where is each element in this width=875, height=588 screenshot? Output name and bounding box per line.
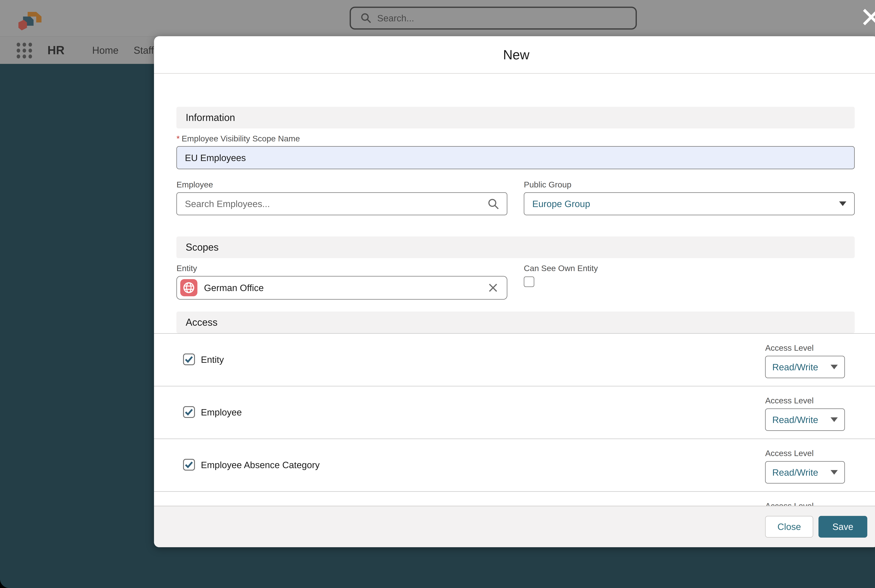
access-level-block: Access Level Read/Write bbox=[765, 334, 845, 378]
access-row: Employee Access Level Read/Write bbox=[177, 386, 855, 439]
section-header-information: Information bbox=[177, 107, 855, 129]
checkmark-icon bbox=[184, 408, 193, 416]
caret-down-icon bbox=[830, 470, 838, 475]
access-row-checkbox[interactable] bbox=[183, 459, 195, 471]
access-row-label: Employee bbox=[201, 407, 242, 417]
access-level-value: Read/Write bbox=[772, 467, 818, 478]
public-group-select[interactable]: Europe Group bbox=[524, 192, 855, 215]
section-header-access: Access bbox=[177, 312, 855, 333]
checkmark-icon bbox=[184, 461, 193, 468]
access-rows: Entity Access Level Read/Write Employee … bbox=[177, 334, 855, 506]
access-row-label: Entity bbox=[201, 354, 224, 365]
global-search[interactable] bbox=[350, 7, 637, 30]
section-header-scopes: Scopes bbox=[177, 236, 855, 258]
access-level-value: Read/Write bbox=[772, 414, 818, 425]
access-level-label: Access Level bbox=[765, 501, 845, 506]
employee-label: Employee bbox=[177, 180, 507, 189]
can-see-own-entity-checkbox[interactable] bbox=[524, 276, 534, 287]
nav-tab-home[interactable]: Home bbox=[92, 45, 118, 56]
employee-lookup-placeholder: Search Employees... bbox=[185, 198, 270, 209]
required-asterisk: * bbox=[177, 134, 180, 144]
app-name: HR bbox=[48, 44, 64, 57]
access-level-label: Access Level bbox=[765, 343, 845, 352]
scope-name-label: * Employee Visibility Scope Name bbox=[177, 134, 855, 144]
modal-close-button[interactable] bbox=[861, 7, 875, 28]
access-row: Employee Absence Category Access Level R… bbox=[177, 439, 855, 492]
application-window: ? HR bbox=[0, 0, 875, 588]
access-level-dropdown[interactable]: Read/Write bbox=[765, 356, 845, 378]
access-level-value: Read/Write bbox=[772, 362, 818, 372]
public-group-value: Europe Group bbox=[532, 198, 590, 209]
access-level-label: Access Level bbox=[765, 448, 845, 458]
public-group-label: Public Group bbox=[524, 180, 855, 189]
section-title: Access bbox=[186, 316, 217, 328]
entity-value: German Office bbox=[204, 282, 488, 293]
modal-header: New bbox=[154, 36, 875, 74]
new-record-modal: New Information * Employee Visibility Sc… bbox=[154, 36, 875, 547]
close-button[interactable]: Close bbox=[765, 516, 813, 538]
search-input[interactable] bbox=[377, 13, 614, 24]
save-button[interactable]: Save bbox=[818, 516, 867, 538]
nav-tab-staff[interactable]: Staff bbox=[134, 45, 154, 56]
entity-lookup-pill[interactable]: German Office bbox=[177, 276, 507, 300]
access-row: Access Level Read/Write bbox=[177, 492, 855, 506]
access-row: Entity Access Level Read/Write bbox=[177, 334, 855, 386]
caret-down-icon bbox=[830, 417, 838, 422]
access-row-label: Employee Absence Category bbox=[201, 459, 320, 470]
search-icon bbox=[361, 13, 371, 23]
access-level-block: Access Level Read/Write bbox=[765, 492, 845, 506]
access-level-dropdown[interactable]: Read/Write bbox=[765, 408, 845, 431]
section-title: Information bbox=[186, 112, 235, 123]
access-level-block: Access Level Read/Write bbox=[765, 439, 845, 483]
access-row-checkbox[interactable] bbox=[183, 354, 195, 365]
globe-icon bbox=[183, 282, 195, 294]
caret-down-icon bbox=[830, 364, 838, 370]
app-logo-icon bbox=[16, 7, 47, 32]
can-see-own-entity-label: Can See Own Entity bbox=[524, 263, 855, 273]
modal-body: Information * Employee Visibility Scope … bbox=[154, 74, 875, 506]
caret-down-icon bbox=[839, 201, 846, 206]
global-header: ? bbox=[0, 0, 875, 36]
access-level-label: Access Level bbox=[765, 396, 845, 405]
checkmark-icon bbox=[184, 356, 193, 363]
access-level-dropdown[interactable]: Read/Write bbox=[765, 461, 845, 483]
entity-label: Entity bbox=[177, 263, 507, 273]
scope-name-input[interactable] bbox=[177, 146, 855, 169]
search-icon bbox=[488, 198, 499, 210]
close-icon bbox=[862, 7, 875, 27]
remove-selection-icon[interactable] bbox=[488, 283, 498, 292]
app-launcher-icon[interactable] bbox=[16, 42, 32, 59]
modal-footer: Close Save bbox=[154, 506, 875, 547]
access-row-checkbox[interactable] bbox=[183, 406, 195, 418]
employee-lookup-field[interactable]: Search Employees... bbox=[177, 192, 507, 215]
modal-title: New bbox=[503, 47, 530, 62]
entity-record-icon bbox=[180, 279, 198, 296]
section-title: Scopes bbox=[186, 242, 219, 253]
access-level-block: Access Level Read/Write bbox=[765, 386, 845, 431]
